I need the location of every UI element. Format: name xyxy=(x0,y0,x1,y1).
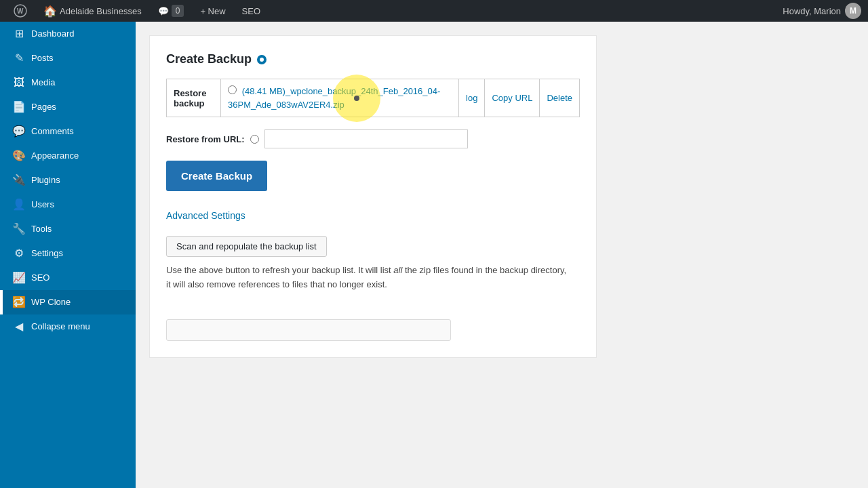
posts-icon: ✎ xyxy=(12,52,26,65)
user-avatar: M xyxy=(845,3,861,19)
seo-nav-icon: 📈 xyxy=(12,271,26,285)
log-link[interactable]: log xyxy=(466,93,477,103)
sidebar-item-settings[interactable]: ⚙ Settings xyxy=(0,241,136,266)
appearance-icon: 🎨 xyxy=(12,149,26,163)
bottom-button[interactable] xyxy=(166,319,451,341)
create-backup-title: Create Backup xyxy=(166,52,252,66)
advanced-settings-wrapper: Advanced Settings xyxy=(166,210,580,236)
user-menu[interactable]: Howdy, Marion M xyxy=(783,3,861,19)
create-backup-btn-wrapper: Create Backup xyxy=(166,161,580,210)
scan-repopulate-button[interactable]: Scan and repopulate the backup list xyxy=(166,236,327,257)
restore-url-label: Restore from URL: xyxy=(166,134,245,144)
site-name-button[interactable]: 🏠 Adelaide Businesses xyxy=(37,0,149,22)
create-backup-button[interactable]: Create Backup xyxy=(166,161,267,191)
sidebar-item-comments[interactable]: 💬 Comments xyxy=(0,119,136,144)
tools-icon: 🔧 xyxy=(12,222,26,236)
sidebar-item-appearance[interactable]: 🎨 Appearance xyxy=(0,144,136,168)
dashboard-icon: ⊞ xyxy=(12,27,26,41)
delete-link[interactable]: Delete xyxy=(547,93,572,103)
content-box: Create Backup Restorebackup (48.41 MB)_w… xyxy=(149,35,597,358)
bottom-section xyxy=(166,306,580,341)
restore-url-radio[interactable] xyxy=(250,135,259,144)
comments-icon: 💬 xyxy=(12,125,26,138)
create-backup-radio[interactable] xyxy=(257,55,267,64)
settings-icon: ⚙ xyxy=(12,247,26,260)
create-backup-row: Create Backup xyxy=(166,52,580,66)
wp-clone-icon: 🔁 xyxy=(12,296,26,309)
users-icon: 👤 xyxy=(12,198,26,211)
sidebar-item-seo[interactable]: 📈 SEO xyxy=(0,266,136,290)
seo-button[interactable]: SEO xyxy=(235,0,267,22)
collapse-icon: ◀ xyxy=(12,320,26,333)
admin-bar: W 🏠 Adelaide Businesses 💬 0 + New SEO Ho… xyxy=(0,0,868,22)
sidebar-item-wp-clone[interactable]: 🔁 WP Clone xyxy=(0,290,136,314)
plugins-icon: 🔌 xyxy=(12,174,26,187)
comments-count: 0 xyxy=(172,5,184,17)
restore-label: Restorebackup xyxy=(174,88,206,108)
sidebar-item-collapse[interactable]: ◀ Collapse menu xyxy=(0,314,136,339)
table-row: Restorebackup (48.41 MB)_wpclone_backup_… xyxy=(167,79,580,117)
copy-url-link[interactable]: Copy URL xyxy=(492,93,532,103)
sidebar-item-dashboard[interactable]: ⊞ Dashboard xyxy=(0,22,136,46)
sidebar-item-media[interactable]: 🖼 Media xyxy=(0,70,136,95)
sidebar-item-posts[interactable]: ✎ Posts xyxy=(0,46,136,70)
new-content-button[interactable]: + New xyxy=(193,0,232,22)
backup-filename-link[interactable]: (48.41 MB)_wpclone_backup_24th_Feb_2016_… xyxy=(228,86,440,110)
wp-logo-button[interactable]: W xyxy=(7,0,34,22)
scan-description: Use the above button to refresh your bac… xyxy=(166,264,573,292)
admin-sidebar: ⊞ Dashboard ✎ Posts 🖼 Media 📄 Pages 💬 Co… xyxy=(0,22,136,488)
svg-text:W: W xyxy=(17,7,24,15)
restore-url-row: Restore from URL: xyxy=(166,129,580,148)
backup-table: Restorebackup (48.41 MB)_wpclone_backup_… xyxy=(166,79,580,117)
sidebar-item-pages[interactable]: 📄 Pages xyxy=(0,95,136,119)
advanced-settings-link[interactable]: Advanced Settings xyxy=(166,210,245,221)
sidebar-item-plugins[interactable]: 🔌 Plugins xyxy=(0,168,136,192)
backup-radio-input[interactable] xyxy=(228,85,237,94)
sidebar-item-users[interactable]: 👤 Users xyxy=(0,192,136,217)
main-content-area: Create Backup Restorebackup (48.41 MB)_w… xyxy=(136,22,868,488)
scan-section: Scan and repopulate the backup list Use … xyxy=(166,236,580,292)
comments-button[interactable]: 💬 0 xyxy=(151,0,191,22)
media-icon: 🖼 xyxy=(12,76,26,89)
pages-icon: 📄 xyxy=(12,100,26,114)
sidebar-item-tools[interactable]: 🔧 Tools xyxy=(0,217,136,241)
restore-url-input[interactable] xyxy=(264,129,468,148)
